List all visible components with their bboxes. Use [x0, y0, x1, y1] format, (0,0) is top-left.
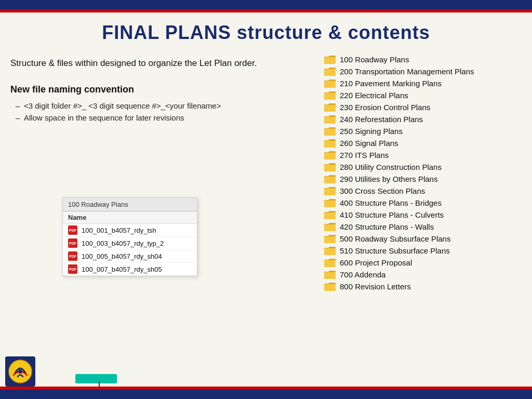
folder-icon	[324, 222, 336, 231]
folder-icon	[324, 246, 336, 255]
folder-label-15: 500 Roadway Subsurface Plans	[340, 234, 450, 243]
folder-label-3: 220 Electrical Plans	[340, 91, 408, 100]
folder-icon	[324, 258, 336, 267]
folder-item: 210 Pavement Marking Plans	[324, 78, 522, 88]
naming-convention-title: New file naming convention	[10, 84, 307, 95]
explorer-row[interactable]: PDF 100_003_b4057_rdy_typ_2	[63, 237, 197, 250]
folder-icon	[324, 78, 336, 88]
folder-icon	[324, 234, 336, 243]
folder-item: 700 Addenda	[324, 270, 522, 279]
svg-rect-3	[324, 69, 336, 76]
svg-rect-25	[324, 201, 336, 207]
explorer-row[interactable]: PDF 100_005_b4057_rdy_sh04	[63, 250, 197, 263]
folder-icon	[324, 126, 336, 136]
folder-item: 200 Transportation Management Plans	[324, 66, 522, 76]
folder-item: 250 Signing Plans	[324, 126, 522, 136]
naming-convention-section: New file naming convention <3 digit fold…	[10, 84, 307, 122]
folder-label-19: 800 Revision Letters	[340, 282, 411, 291]
svg-rect-15	[324, 141, 336, 148]
svg-point-41	[18, 369, 22, 374]
folder-label-6: 250 Signing Plans	[340, 127, 403, 136]
folder-label-1: 200 Transportation Management Plans	[340, 67, 474, 76]
folder-icon	[324, 66, 336, 76]
svg-rect-35	[324, 260, 336, 267]
folder-label-5: 240 Reforestation Plans	[340, 115, 423, 124]
folder-label-14: 420 Structure Plans - Walls	[340, 222, 434, 231]
folder-label-7: 260 Signal Plans	[340, 139, 398, 148]
folder-item: 510 Structure Subsurface Plans	[324, 246, 522, 255]
folder-item: 290 Utilities by Others Plans	[324, 174, 522, 183]
explorer-row[interactable]: PDF 100_001_b4057_rdy_tsh	[63, 224, 197, 237]
folder-item: 260 Signal Plans	[324, 138, 522, 148]
description-text: Structure & files within designed to org…	[10, 57, 307, 70]
explorer-column-header: Name	[63, 211, 197, 224]
folder-icon	[324, 174, 336, 183]
file-name-1: 100_001_b4057_rdy_tsh	[82, 227, 156, 234]
svg-rect-5	[324, 81, 336, 88]
folder-label-2: 210 Pavement Marking Plans	[340, 79, 442, 88]
folder-icon	[324, 162, 336, 171]
folder-item: 270 ITS Plans	[324, 150, 522, 159]
explorer-title: 100 Roadway Plans	[63, 198, 197, 211]
folder-icon	[324, 114, 336, 124]
naming-item-2: Allow space in the sequence for later re…	[16, 113, 307, 122]
folder-label-16: 510 Structure Subsurface Plans	[340, 246, 450, 255]
folder-item: 420 Structure Plans - Walls	[324, 222, 522, 231]
folder-label-0: 100 Roadway Plans	[340, 55, 409, 64]
naming-item-1: <3 digit folder #>_ <3 digit sequence #>…	[16, 101, 307, 110]
folder-icon	[324, 90, 336, 100]
folder-item: 220 Electrical Plans	[324, 90, 522, 100]
file-name-3: 100_005_b4057_rdy_sh04	[82, 252, 162, 260]
folder-item: 300 Cross Section Plans	[324, 186, 522, 195]
folder-label-10: 290 Utilities by Others Plans	[340, 175, 437, 183]
folder-item: 800 Revision Letters	[324, 282, 522, 291]
svg-rect-11	[324, 117, 336, 124]
svg-rect-7	[324, 93, 336, 100]
folder-icon	[324, 210, 336, 219]
folder-label-8: 270 ITS Plans	[340, 151, 389, 159]
svg-rect-27	[324, 212, 336, 219]
svg-rect-31	[324, 236, 336, 243]
svg-rect-21	[324, 177, 336, 183]
pdf-icon-4: PDF	[68, 264, 77, 274]
folder-icon	[324, 270, 336, 279]
right-panel: 100 Roadway Plans 200 Transportation Man…	[324, 55, 522, 294]
folder-icon	[324, 102, 336, 112]
folder-item: 410 Structure Plans - Culverts	[324, 210, 522, 219]
naming-convention-list: <3 digit folder #>_ <3 digit sequence #>…	[10, 101, 307, 122]
pdf-icon-3: PDF	[68, 251, 77, 261]
explorer-row[interactable]: PDF 100_007_b4057_rdy_sh05	[63, 263, 197, 276]
folder-icon	[324, 198, 336, 207]
svg-rect-1	[324, 57, 336, 64]
folder-icon	[324, 55, 336, 64]
svg-rect-29	[324, 224, 336, 231]
svg-rect-37	[324, 272, 336, 279]
folder-item: 240 Reforestation Plans	[324, 114, 522, 124]
folder-item: 400 Structure Plans - Bridges	[324, 198, 522, 207]
logo	[5, 356, 35, 387]
svg-rect-13	[324, 129, 336, 136]
svg-rect-23	[324, 189, 336, 195]
bottom-bar-dark	[0, 390, 532, 399]
folder-item: 600 Project Proposal	[324, 258, 522, 267]
folder-label-12: 400 Structure Plans - Bridges	[340, 198, 442, 207]
svg-rect-19	[324, 165, 336, 171]
file-name-4: 100_007_b4057_rdy_sh05	[82, 265, 162, 273]
folder-icon	[324, 138, 336, 148]
file-explorer[interactable]: 100 Roadway Plans Name PDF 100_001_b4057…	[62, 197, 197, 276]
pdf-icon-1: PDF	[68, 225, 77, 235]
folder-label-17: 600 Project Proposal	[340, 258, 412, 267]
svg-rect-9	[324, 105, 336, 112]
folder-label-9: 280 Utility Construction Plans	[340, 163, 442, 171]
folder-label-4: 230 Erosion Control Plans	[340, 103, 430, 112]
teal-highlight-bar	[75, 374, 117, 383]
left-panel: Structure & files within designed to org…	[10, 57, 307, 132]
folder-label-13: 410 Structure Plans - Culverts	[340, 210, 444, 219]
folder-item: 280 Utility Construction Plans	[324, 162, 522, 171]
folder-icon	[324, 186, 336, 195]
header: FINAL PLANS structure & contents	[0, 12, 532, 51]
svg-rect-33	[324, 248, 336, 255]
folder-label-18: 700 Addenda	[340, 270, 385, 279]
svg-rect-39	[324, 284, 336, 291]
folder-icon	[324, 150, 336, 159]
